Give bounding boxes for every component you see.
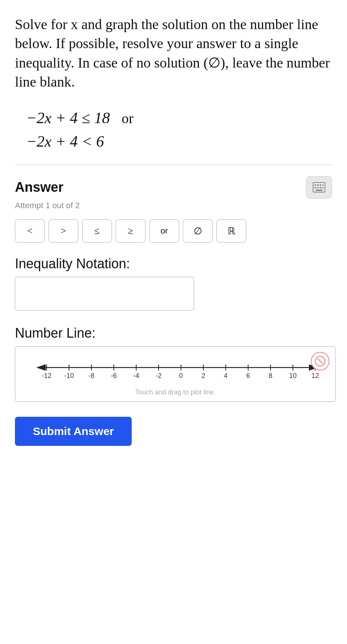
svg-rect-6 <box>317 187 319 188</box>
inequality-notation-input[interactable] <box>15 277 194 310</box>
btn-empty-set[interactable]: ∅ <box>183 219 213 243</box>
btn-greater-equal[interactable]: ≥ <box>116 219 146 243</box>
svg-text:-6: -6 <box>111 372 117 379</box>
problem-instruction: Solve for x and graph the solution on th… <box>15 15 332 91</box>
svg-rect-3 <box>320 184 321 186</box>
number-line-container[interactable]: -12 -10 -8 -6 -4 -2 0 2 4 <box>15 346 336 402</box>
clear-icon <box>315 356 326 367</box>
svg-text:-8: -8 <box>88 372 94 379</box>
svg-text:12: 12 <box>312 372 319 379</box>
btn-greater-than[interactable]: > <box>49 219 78 243</box>
clear-number-line-button[interactable] <box>311 352 329 371</box>
svg-text:-12: -12 <box>42 372 51 379</box>
answer-label: Answer <box>15 179 63 195</box>
svg-rect-9 <box>316 190 322 191</box>
svg-text:-4: -4 <box>133 372 139 379</box>
svg-rect-5 <box>315 187 316 188</box>
math-or-text: or <box>122 110 134 126</box>
keyboard-button[interactable] <box>306 176 332 198</box>
btn-less-than[interactable]: < <box>15 219 45 243</box>
number-line-svg[interactable]: -12 -10 -8 -6 -4 -2 0 2 4 <box>23 353 328 386</box>
keyboard-icon <box>313 182 325 193</box>
svg-text:8: 8 <box>269 372 272 379</box>
submit-answer-button[interactable]: Submit Answer <box>15 417 132 446</box>
section-divider <box>15 165 332 165</box>
btn-less-equal[interactable]: ≤ <box>82 219 112 243</box>
svg-text:0: 0 <box>179 372 183 379</box>
svg-rect-1 <box>315 184 316 186</box>
answer-header: Answer <box>15 176 332 198</box>
svg-rect-8 <box>322 187 323 188</box>
touch-hint: Touch and drag to plot line. <box>23 388 328 396</box>
svg-rect-7 <box>320 187 321 188</box>
svg-rect-4 <box>322 184 323 186</box>
math-line1: −2x + 4 ≤ 18 <box>26 109 110 126</box>
btn-or[interactable]: or <box>149 219 179 243</box>
svg-text:10: 10 <box>289 372 297 379</box>
svg-text:6: 6 <box>246 372 250 379</box>
btn-reals[interactable]: ℝ <box>216 219 246 243</box>
svg-text:-10: -10 <box>64 372 74 379</box>
svg-text:-2: -2 <box>156 372 162 379</box>
inequality-notation-label: Inequality Notation: <box>15 256 332 272</box>
math-expression: −2x + 4 ≤ 18 or −2x + 4 < 6 <box>26 106 332 153</box>
number-line-label: Number Line: <box>15 325 332 341</box>
symbol-buttons: < > ≤ ≥ or ∅ ℝ <box>15 219 332 243</box>
attempt-text: Attempt 1 out of 2 <box>15 201 332 210</box>
svg-text:4: 4 <box>224 372 228 379</box>
svg-line-11 <box>318 359 323 364</box>
svg-text:2: 2 <box>201 372 205 379</box>
svg-rect-2 <box>317 184 319 186</box>
math-line2: −2x + 4 < 6 <box>26 130 332 153</box>
